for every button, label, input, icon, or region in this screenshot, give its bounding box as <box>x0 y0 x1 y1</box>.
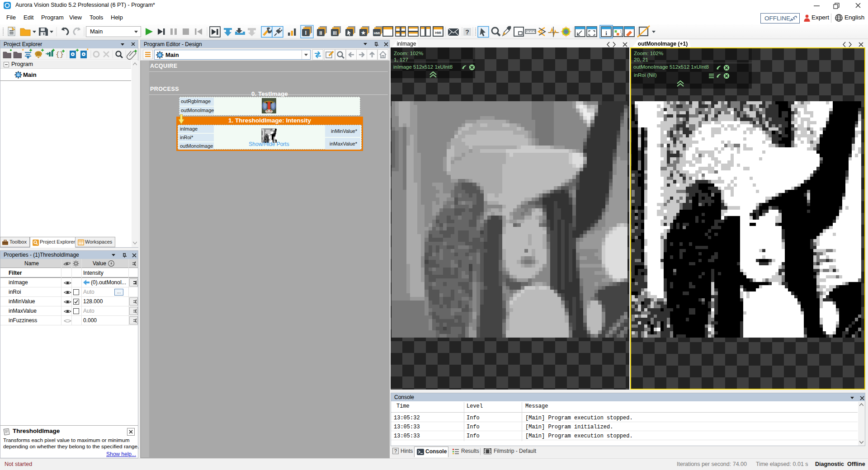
svg-text:2: 2 <box>621 33 623 36</box>
svg-text:★: ★ <box>361 29 366 36</box>
svg-text:II: II <box>319 30 322 36</box>
svg-text:{}: {} <box>56 51 64 59</box>
svg-text:i: i <box>605 30 607 37</box>
svg-text:*: * <box>22 48 24 53</box>
svg-text:I: I <box>305 30 307 36</box>
svg-text:HMI: HMI <box>435 31 441 35</box>
svg-text:1: 1 <box>620 30 622 33</box>
svg-text:HMI: HMI <box>374 31 380 35</box>
svg-text:III: III <box>333 31 337 36</box>
svg-text:?: ? <box>465 28 469 36</box>
svg-text:*: * <box>87 48 89 53</box>
